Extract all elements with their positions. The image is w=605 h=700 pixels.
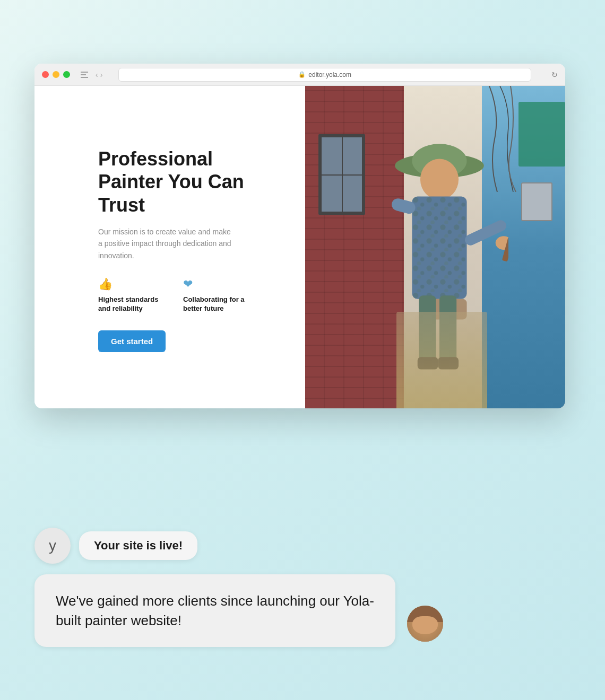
features-row: 👍 Highest standards and reliability ❤ Co… (98, 277, 279, 313)
svg-rect-4 (412, 196, 466, 299)
address-bar-container: 🔒 editor.yola.com (108, 68, 542, 82)
left-panel: Professional Painter You Can Trust Our m… (34, 86, 305, 408)
svg-point-2 (420, 159, 458, 200)
yola-letter: y (49, 537, 56, 554)
hero-subtitle: Our mission is to create value and make … (98, 226, 236, 261)
notification-bubble: Your site is live! (79, 531, 197, 560)
scaffold-plastic (396, 312, 488, 408)
thumbsup-icon: 👍 (98, 277, 167, 291)
address-bar[interactable]: 🔒 editor.yola.com (118, 68, 531, 82)
hero-title: Professional Painter You Can Trust (98, 147, 279, 216)
get-started-button[interactable]: Get started (98, 330, 166, 352)
back-arrow-icon[interactable]: ‹ (96, 71, 98, 79)
minimize-button[interactable] (53, 71, 59, 78)
feature1-label: Highest standards and reliability (98, 295, 167, 313)
painter-scene (305, 86, 565, 408)
window-frame (318, 134, 365, 215)
forward-arrow-icon[interactable]: › (100, 71, 103, 79)
traffic-lights (42, 71, 70, 78)
url-text: editor.yola.com (308, 71, 351, 78)
browser-window: ‹ › 🔒 editor.yola.com ↻ Professional Pai… (34, 64, 565, 408)
chat-notification: y Your site is live! (34, 528, 539, 564)
testimonial-bubble: We've gained more clients since launchin… (34, 574, 395, 647)
heart-icon: ❤ (183, 277, 252, 291)
notification-text: Your site is live! (94, 539, 183, 552)
nav-arrows: ‹ › (96, 71, 102, 79)
chat-section: y Your site is live! We've gained more c… (34, 528, 539, 647)
feature2-label: Collaborating for a better future (183, 295, 252, 313)
browser-content: Professional Painter You Can Trust Our m… (34, 86, 565, 408)
yola-avatar: y (34, 528, 71, 564)
browser-titlebar: ‹ › 🔒 editor.yola.com ↻ (34, 64, 565, 86)
user-avatar (407, 606, 443, 642)
right-panel (305, 86, 565, 408)
maximize-button[interactable] (63, 71, 70, 78)
reload-button[interactable]: ↻ (551, 71, 558, 79)
feature-item-2: ❤ Collaborating for a better future (183, 277, 252, 313)
feature-item-1: 👍 Highest standards and reliability (98, 277, 167, 313)
lock-icon: 🔒 (298, 71, 306, 78)
sidebar-toggle-icon[interactable] (81, 72, 88, 78)
testimonial-text: We've gained more clients since launchin… (56, 591, 374, 630)
wires (484, 86, 526, 192)
close-button[interactable] (42, 71, 49, 78)
